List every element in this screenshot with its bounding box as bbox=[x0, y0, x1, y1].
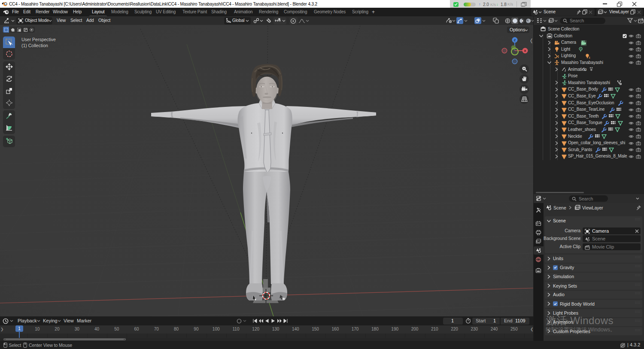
svg-text:X: X bbox=[524, 49, 526, 53]
svg-text:Z: Z bbox=[514, 38, 516, 42]
